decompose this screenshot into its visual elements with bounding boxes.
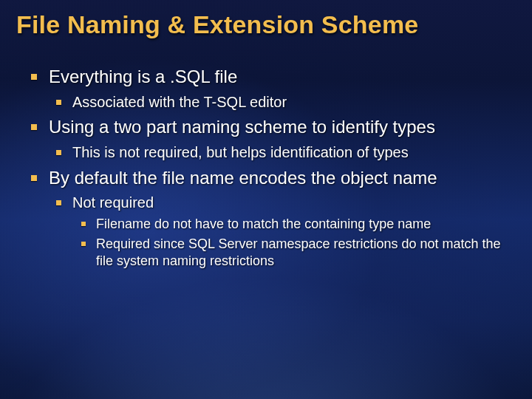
bullet-list: Not required Filename do not have to mat…	[49, 194, 517, 270]
list-item: Associated with the T-SQL editor	[72, 93, 517, 112]
bullet-text: This is not required, but helps identifi…	[72, 144, 409, 160]
slide: File Naming & Extension Scheme Everythin…	[0, 0, 532, 399]
bullet-list: Filename do not have to match the contai…	[72, 216, 517, 270]
list-item: This is not required, but helps identifi…	[72, 143, 517, 163]
bullet-list: Everything is a .SQL file Associated wit…	[16, 66, 517, 270]
bullet-text: By default the file name encodes the obj…	[49, 168, 437, 188]
list-item: By default the file name encodes the obj…	[49, 167, 517, 270]
bullet-list: Associated with the T-SQL editor	[49, 93, 517, 112]
list-item: Using a two part naming scheme to identi…	[49, 116, 517, 162]
slide-title: File Naming & Extension Scheme	[16, 10, 517, 39]
bullet-text: Associated with the T-SQL editor	[72, 94, 287, 110]
bullet-text: Filename do not have to match the contai…	[96, 216, 431, 231]
bullet-text: Using a two part naming scheme to identi…	[49, 117, 435, 137]
bullet-list: This is not required, but helps identifi…	[49, 143, 517, 163]
list-item: Not required Filename do not have to mat…	[72, 194, 517, 270]
bullet-text: Not required	[72, 194, 154, 211]
bullet-text: Required since SQL Server namespace rest…	[96, 236, 501, 268]
list-item: Required since SQL Server namespace rest…	[96, 236, 517, 270]
list-item: Filename do not have to match the contai…	[96, 216, 517, 233]
bullet-text: Everything is a .SQL file	[49, 66, 237, 86]
list-item: Everything is a .SQL file Associated wit…	[49, 66, 517, 112]
